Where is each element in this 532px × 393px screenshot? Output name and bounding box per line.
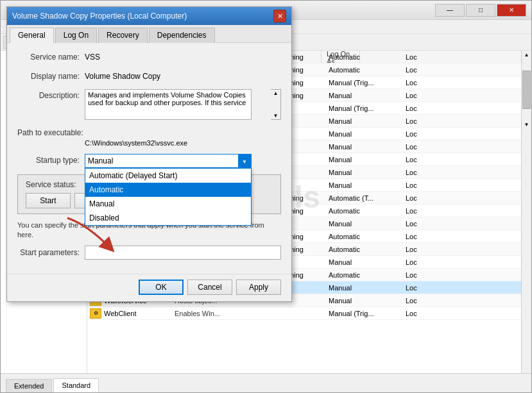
start-params-row: Start parameters: [17, 246, 281, 260]
description-box: Manages and implements Volume Shadow Cop… [85, 89, 281, 122]
service-logon: Loc [406, 66, 444, 74]
table-row[interactable]: ⚙WebClientEnables Win...Manual (Trig...L… [87, 307, 531, 320]
service-logon: Loc [406, 181, 444, 189]
service-logon: Loc [406, 117, 444, 125]
service-logon: Loc [406, 53, 444, 61]
dropdown-item-auto-delayed[interactable]: Automatic (Delayed Start) [85, 169, 251, 183]
display-name-label: Display name: [17, 70, 85, 83]
scroll-down-icon[interactable]: ▼ [273, 113, 279, 119]
service-startup: Manual [329, 284, 406, 292]
service-startup: Manual [329, 220, 406, 228]
start-params-label: Start parameters: [17, 246, 85, 259]
titlebar-controls: — □ ✕ [435, 4, 526, 17]
startup-type-display[interactable]: Manual ▼ [85, 154, 252, 168]
service-startup: Automatic [329, 246, 406, 253]
tab-extended[interactable]: Extended [6, 379, 52, 392]
tab-dependencies[interactable]: Dependencies [149, 28, 215, 43]
display-name-value: Volume Shadow Copy [85, 70, 160, 83]
startup-type-label: Startup type: [17, 154, 85, 167]
start-params-input[interactable] [85, 246, 281, 260]
service-name-value: VSS [85, 51, 100, 63]
vertical-scrollbar[interactable]: ▲ ▼ [521, 51, 531, 373]
service-name-row: Service name: VSS [17, 51, 281, 63]
service-name-label: Service name: [17, 51, 85, 63]
close-btn[interactable]: ✕ [497, 4, 526, 17]
service-logon: Loc [406, 258, 444, 266]
tab-recovery[interactable]: Recovery [98, 28, 148, 43]
service-startup: Manual [329, 156, 406, 163]
startup-type-row: Startup type: Manual ▼ Automatic (Delaye… [17, 154, 281, 168]
properties-dialog[interactable]: Volume Shadow Copy Properties (Local Com… [6, 6, 292, 302]
service-name: WebClient [104, 310, 175, 317]
service-startup: Automatic [329, 207, 406, 215]
service-logon: Loc [406, 310, 444, 317]
service-logon: Loc [406, 130, 444, 138]
path-value: C:\Windows\system32\vssvc.exe [85, 139, 187, 147]
service-logon: Loc [406, 207, 444, 215]
maximize-btn[interactable]: □ [466, 4, 495, 17]
startup-dropdown-list: Automatic (Delayed Start) Automatic Manu… [85, 168, 252, 226]
description-label: Description: [17, 89, 85, 102]
service-startup: Automatic [329, 271, 406, 279]
service-logon: Loc [406, 92, 444, 99]
service-logon: Loc [406, 220, 444, 228]
service-logon: Loc [406, 194, 444, 202]
dropdown-item-disabled[interactable]: Disabled [85, 211, 251, 225]
service-logon: Loc [406, 169, 444, 176]
dropdown-item-manual[interactable]: Manual [85, 197, 251, 211]
service-startup: Manual [329, 258, 406, 266]
service-startup: Manual [329, 92, 406, 99]
start-button[interactable]: Start [26, 193, 71, 208]
service-logon: Loc [406, 143, 444, 151]
cancel-button[interactable]: Cancel [187, 280, 232, 295]
service-logon: Loc [406, 284, 444, 292]
service-startup: Manual [329, 143, 406, 151]
dropdown-arrow-icon[interactable]: ▼ [238, 155, 251, 169]
service-icon: ⚙ [90, 308, 101, 319]
apply-button[interactable]: Apply [236, 280, 281, 295]
service-startup: Manual (Trig... [329, 105, 406, 112]
service-logon: Loc [406, 233, 444, 240]
service-logon: Loc [406, 79, 444, 87]
dialog-title: Volume Shadow Copy Properties (Local Com… [12, 12, 187, 21]
bottom-tabs: Extended Standard [1, 373, 531, 392]
service-startup: Manual [329, 130, 406, 138]
service-startup: Manual [329, 117, 406, 125]
dialog-action-buttons: OK Cancel Apply [7, 274, 291, 301]
dropdown-item-automatic[interactable]: Automatic [85, 183, 251, 197]
service-logon: Loc [406, 156, 444, 163]
service-desc: Enables Win... [175, 310, 277, 317]
path-row: Path to executable: C:\Windows\system32\… [17, 128, 281, 147]
service-startup: Automatic [329, 53, 406, 61]
scrollbar-thumb[interactable] [522, 71, 531, 109]
service-startup: Automatic [329, 66, 406, 74]
service-startup: Manual [329, 181, 406, 189]
display-name-row: Display name: Volume Shadow Copy [17, 70, 281, 83]
tab-standard[interactable]: Standard [53, 378, 99, 392]
description-row: Description: Manages and implements Volu… [17, 89, 281, 122]
tab-general[interactable]: General [10, 28, 54, 43]
dialog-titlebar: Volume Shadow Copy Properties (Local Com… [7, 7, 291, 25]
service-startup: Automatic (T... [329, 194, 406, 202]
dialog-close-button[interactable]: ✕ [273, 10, 286, 22]
service-logon: Loc [406, 105, 444, 112]
dialog-content: Service name: VSS Display name: Volume S… [7, 43, 291, 274]
minimize-btn[interactable]: — [435, 4, 465, 17]
dialog-tabs: General Log On Recovery Dependencies [7, 25, 291, 43]
service-logon: Loc [406, 297, 444, 305]
desc-scrollbar[interactable]: ▲ ▼ [271, 89, 281, 120]
service-startup: Automatic [329, 233, 406, 240]
service-startup: Manual [329, 297, 406, 305]
description-textarea[interactable]: Manages and implements Volume Shadow Cop… [85, 89, 252, 120]
ok-button[interactable]: OK [139, 280, 184, 295]
path-label: Path to executable: [17, 128, 281, 137]
service-logon: Loc [406, 246, 444, 253]
service-startup: Manual (Trig... [329, 79, 406, 87]
startup-select-wrapper: Manual ▼ Automatic (Delayed Start) Autom… [85, 154, 252, 168]
service-startup: Manual [329, 169, 406, 176]
service-logon: Loc [406, 271, 444, 279]
tab-logon[interactable]: Log On [55, 28, 97, 43]
startup-type-value: Manual [88, 156, 113, 165]
service-startup: Manual (Trig... [329, 310, 406, 317]
scroll-up-icon[interactable]: ▲ [273, 90, 279, 96]
